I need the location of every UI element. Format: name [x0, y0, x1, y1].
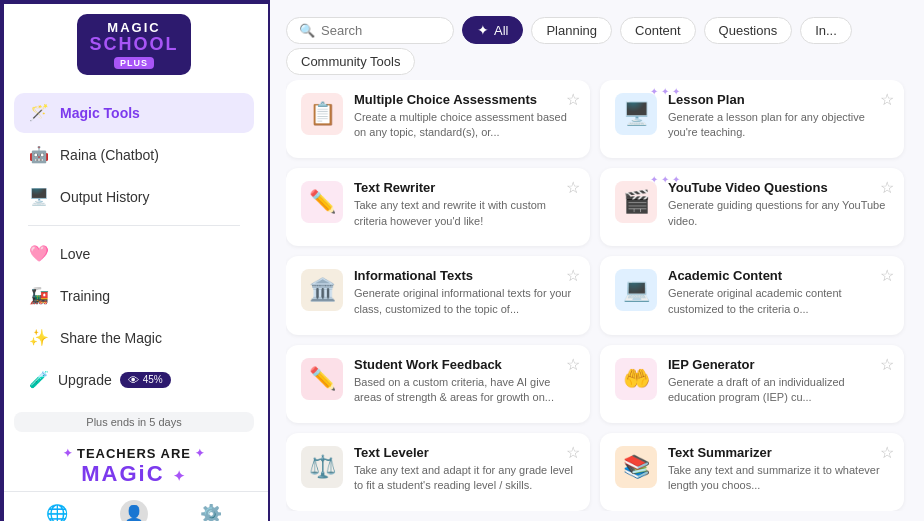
share-magic-icon: ✨: [28, 327, 50, 349]
sidebar-item-raina[interactable]: 🤖 Raina (Chatbot): [14, 135, 254, 175]
tool-icon-wrap: 🖥️: [614, 92, 658, 136]
sidebar: MAGIC SCHOOL PLUS 🪄 Magic Tools 🤖 Raina …: [0, 0, 270, 521]
star-button[interactable]: ☆: [880, 90, 894, 109]
main-content: 🔍 ✦ All Planning Content Questions In...…: [270, 0, 924, 521]
tool-card-lesson-plan[interactable]: ✦ ✦ ✦ 🖥️ Lesson Plan Generate a lesson p…: [600, 80, 904, 158]
tool-icon-wrap: ⚖️: [300, 445, 344, 489]
sidebar-item-output-history[interactable]: 🖥️ Output History: [14, 177, 254, 217]
tool-desc: Take any text and rewrite it with custom…: [354, 198, 576, 229]
nav-items: 🪄 Magic Tools 🤖 Raina (Chatbot) 🖥️ Outpu…: [0, 85, 268, 408]
upgrade-percent: 45%: [143, 374, 163, 385]
sidebar-item-label-raina: Raina (Chatbot): [60, 147, 159, 163]
tool-desc: Take any text and summarize it to whatev…: [668, 463, 890, 494]
tool-info: Text Rewriter Take any text and rewrite …: [354, 180, 576, 229]
tool-icon: 🤲: [615, 358, 657, 400]
sidebar-item-magic-tools[interactable]: 🪄 Magic Tools: [14, 93, 254, 133]
tool-name: Text Summarizer: [668, 445, 890, 460]
tool-icon-wrap: 🤲: [614, 357, 658, 401]
upgrade-icon: 🧪: [28, 369, 50, 391]
logo-area: MAGIC SCHOOL PLUS: [0, 0, 268, 85]
tool-info: YouTube Video Questions Generate guiding…: [668, 180, 890, 229]
tool-icon: ⚖️: [301, 446, 343, 488]
star-button[interactable]: ☆: [566, 266, 580, 285]
tool-icon: 📋: [301, 93, 343, 135]
tool-card-text-rewriter[interactable]: ✏️ Text Rewriter Take any text and rewri…: [286, 168, 590, 246]
tool-icon: 🏛️: [301, 269, 343, 311]
tool-card-academic-content[interactable]: 💻 Academic Content Generate original aca…: [600, 256, 904, 334]
avatar[interactable]: 👤: [120, 500, 148, 521]
star-button[interactable]: ☆: [566, 355, 580, 374]
tool-icon: 📚: [615, 446, 657, 488]
star-button[interactable]: ☆: [880, 266, 894, 285]
tool-card-text-summarizer[interactable]: 📚 Text Summarizer Take any text and summ…: [600, 433, 904, 511]
upgrade-badge: 👁 45%: [120, 372, 171, 388]
tool-info: Academic Content Generate original acade…: [668, 268, 890, 317]
tool-card-multiple-choice[interactable]: 📋 Multiple Choice Assessments Create a m…: [286, 80, 590, 158]
settings-icon[interactable]: ⚙️: [200, 503, 222, 521]
tool-card-text-leveler[interactable]: ⚖️ Text Leveler Take any text and adapt …: [286, 433, 590, 511]
sidebar-item-label-magic-tools: Magic Tools: [60, 105, 140, 121]
filter-all-button[interactable]: ✦ All: [462, 16, 523, 44]
star-button[interactable]: ☆: [880, 443, 894, 462]
sidebar-item-label-output: Output History: [60, 189, 149, 205]
upgrade-button[interactable]: 🧪 Upgrade 👁 45%: [14, 360, 254, 400]
star-button[interactable]: ☆: [566, 90, 580, 109]
tool-icon-wrap: ✏️: [300, 180, 344, 224]
sidebar-item-label-love: Love: [60, 246, 90, 262]
sidebar-item-love[interactable]: 🩷 Love: [14, 234, 254, 274]
plus-ends-notice: Plus ends in 5 days: [14, 412, 254, 432]
community-tools-badge[interactable]: Community Tools: [286, 48, 415, 75]
tool-name: Lesson Plan: [668, 92, 890, 107]
filter-more-button[interactable]: In...: [800, 17, 852, 44]
tool-name: IEP Generator: [668, 357, 890, 372]
tool-desc: Generate a lesson plan for any objective…: [668, 110, 890, 141]
tool-card-informational-texts[interactable]: 🏛️ Informational Texts Generate original…: [286, 256, 590, 334]
star-button[interactable]: ☆: [566, 443, 580, 462]
tool-icon-wrap: 📋: [300, 92, 344, 136]
star-button[interactable]: ☆: [566, 178, 580, 197]
tool-card-iep-generator[interactable]: 🤲 IEP Generator Generate a draft of an i…: [600, 345, 904, 423]
tool-icon: ✏️: [301, 181, 343, 223]
tool-desc: Take any text and adapt it for any grade…: [354, 463, 576, 494]
filter-questions-button[interactable]: Questions: [704, 17, 793, 44]
sidebar-item-label-share: Share the Magic: [60, 330, 162, 346]
filters-bar: 🔍 ✦ All Planning Content Questions In...: [286, 16, 908, 44]
tool-name: YouTube Video Questions: [668, 180, 890, 195]
tool-card-student-feedback[interactable]: ✏️ Student Work Feedback Based on a cust…: [286, 345, 590, 423]
tool-name: Student Work Feedback: [354, 357, 576, 372]
filter-content-button[interactable]: Content: [620, 17, 696, 44]
sidebar-item-training[interactable]: 🚂 Training: [14, 276, 254, 316]
tool-info: Multiple Choice Assessments Create a mul…: [354, 92, 576, 141]
sidebar-footer: 🌐 👤 ⚙️: [0, 491, 268, 521]
tool-name: Academic Content: [668, 268, 890, 283]
tool-desc: Generate original informational texts fo…: [354, 286, 576, 317]
tool-icon: 🖥️: [615, 93, 657, 135]
eye-icon: 👁: [128, 374, 139, 386]
tool-name: Text Rewriter: [354, 180, 576, 195]
logo-magic-text: MAGIC: [107, 20, 160, 35]
logo-box[interactable]: MAGIC SCHOOL PLUS: [77, 14, 190, 75]
tool-card-youtube-questions[interactable]: ✦ ✦ ✦ 🎬 YouTube Video Questions Generate…: [600, 168, 904, 246]
tool-name: Informational Texts: [354, 268, 576, 283]
tool-name: Multiple Choice Assessments: [354, 92, 576, 107]
sparkle-icon: ✦: [477, 22, 489, 38]
search-box[interactable]: 🔍: [286, 17, 454, 44]
tool-name: Text Leveler: [354, 445, 576, 460]
logo-school-text: SCHOOL: [89, 35, 178, 55]
love-icon: 🩷: [28, 243, 50, 265]
tool-desc: Generate guiding questions for any YouTu…: [668, 198, 890, 229]
training-icon: 🚂: [28, 285, 50, 307]
logo-plus-badge: PLUS: [114, 57, 154, 69]
tool-info: Lesson Plan Generate a lesson plan for a…: [668, 92, 890, 141]
search-input[interactable]: [321, 23, 441, 38]
tools-grid: 📋 Multiple Choice Assessments Create a m…: [286, 80, 908, 511]
filter-planning-button[interactable]: Planning: [531, 17, 612, 44]
sidebar-item-share-magic[interactable]: ✨ Share the Magic: [14, 318, 254, 358]
magic-star-icon: ✦: [173, 468, 187, 484]
star-button[interactable]: ☆: [880, 355, 894, 374]
community-tools-row: Community Tools: [286, 52, 908, 70]
language-icon[interactable]: 🌐: [46, 503, 68, 521]
star-left-icon: ✦: [63, 447, 73, 460]
sidebar-item-label-training: Training: [60, 288, 110, 304]
star-button[interactable]: ☆: [880, 178, 894, 197]
